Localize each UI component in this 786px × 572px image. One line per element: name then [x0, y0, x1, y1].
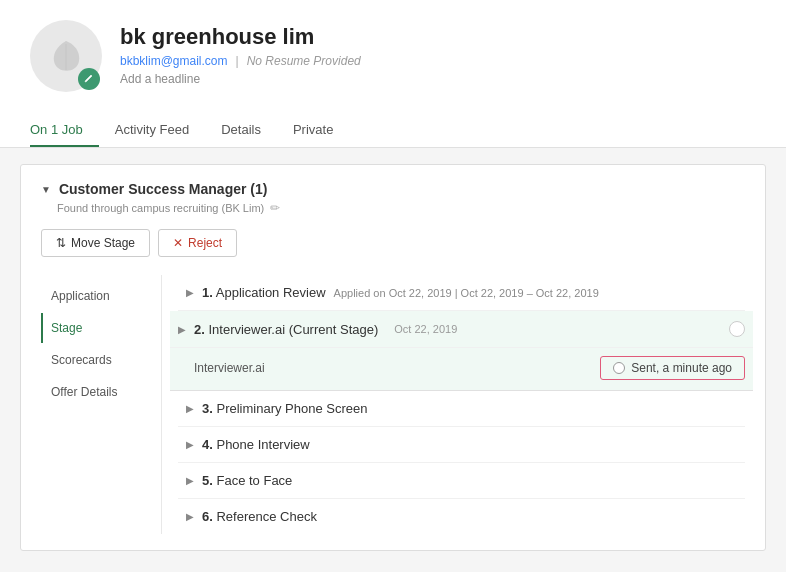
- tab-private[interactable]: Private: [277, 114, 349, 147]
- stage-row-1[interactable]: ▶ 1. Application Review Applied on Oct 2…: [178, 275, 745, 311]
- candidate-header: bk greenhouse lim bkbklim@gmail.com | No…: [0, 0, 786, 148]
- candidate-email[interactable]: bkbklim@gmail.com: [120, 54, 228, 68]
- stage-name-1: 1. Application Review: [202, 285, 326, 300]
- stage-left-2: ▶ 2. Interviewer.ai (Current Stage) Oct …: [178, 322, 457, 337]
- stage-circle-2: [729, 321, 745, 337]
- reject-button[interactable]: ✕ Reject: [158, 229, 237, 257]
- stage-row-2[interactable]: ▶ 2. Interviewer.ai (Current Stage) Oct …: [170, 311, 753, 348]
- stage-meta-1: Applied on Oct 22, 2019 | Oct 22, 2019 –…: [334, 287, 599, 299]
- sidebar-nav-stage[interactable]: Stage: [41, 313, 161, 343]
- leaf-icon: [46, 36, 86, 76]
- stage-row-6[interactable]: ▶ 6. Reference Check: [178, 499, 745, 534]
- sent-text: Sent, a minute ago: [631, 361, 732, 375]
- add-headline[interactable]: Add a headline: [120, 72, 361, 86]
- move-stage-button[interactable]: ⇅ Move Stage: [41, 229, 150, 257]
- reject-x-icon: ✕: [173, 236, 183, 250]
- job-title: Customer Success Manager (1): [59, 181, 268, 197]
- job-source-edit-icon[interactable]: ✏: [270, 201, 280, 215]
- main-content: ▼ Customer Success Manager (1) Found thr…: [0, 148, 786, 567]
- candidate-info: bk greenhouse lim bkbklim@gmail.com | No…: [120, 20, 361, 86]
- stage-number-4: 4.: [202, 437, 213, 452]
- stage-name-text-2: Interviewer.ai (Current Stage): [208, 322, 378, 337]
- candidate-top: bk greenhouse lim bkbklim@gmail.com | No…: [30, 20, 756, 106]
- sent-badge: Sent, a minute ago: [600, 356, 745, 380]
- collapse-icon[interactable]: ▼: [41, 184, 51, 195]
- stage-name-2: 2. Interviewer.ai (Current Stage): [194, 322, 378, 337]
- candidate-name: bk greenhouse lim: [120, 24, 361, 50]
- stage-left-4: ▶ 4. Phone Interview: [186, 437, 310, 452]
- stage-name-text-1: Application Review: [216, 285, 326, 300]
- stage-left-1: ▶ 1. Application Review Applied on Oct 2…: [186, 285, 599, 300]
- job-section: ▼ Customer Success Manager (1) Found thr…: [20, 164, 766, 551]
- stage-row-4[interactable]: ▶ 4. Phone Interview: [178, 427, 745, 463]
- stage-number-6: 6.: [202, 509, 213, 524]
- stage-left-5: ▶ 5. Face to Face: [186, 473, 292, 488]
- meta-separator: |: [236, 54, 239, 68]
- stage-arrow-5: ▶: [186, 475, 194, 486]
- stage-name-text-4: Phone Interview: [216, 437, 309, 452]
- stage-date-2: Oct 22, 2019: [394, 323, 457, 335]
- avatar-edit-button[interactable]: [78, 68, 100, 90]
- stage-number-2: 2.: [194, 322, 205, 337]
- stage-arrow-6: ▶: [186, 511, 194, 522]
- page-wrapper: bk greenhouse lim bkbklim@gmail.com | No…: [0, 0, 786, 572]
- sidebar-nav-offer-details[interactable]: Offer Details: [41, 377, 161, 407]
- stage-name-4: 4. Phone Interview: [202, 437, 310, 452]
- stage-name-3: 3. Preliminary Phone Screen: [202, 401, 368, 416]
- stage-row-3[interactable]: ▶ 3. Preliminary Phone Screen: [178, 391, 745, 427]
- tab-details[interactable]: Details: [205, 114, 277, 147]
- sidebar-nav-scorecards[interactable]: Scorecards: [41, 345, 161, 375]
- stage-number-1: 1.: [202, 285, 213, 300]
- tab-activity-feed[interactable]: Activity Feed: [99, 114, 205, 147]
- move-stage-label: Move Stage: [71, 236, 135, 250]
- avatar-wrapper: [30, 20, 102, 92]
- job-source-text: Found through campus recruiting (BK Lim): [57, 202, 264, 214]
- stages-layout: Application Stage Scorecards Offer Detai…: [41, 275, 745, 534]
- stage-number-3: 3.: [202, 401, 213, 416]
- sidebar-nav-application[interactable]: Application: [41, 281, 161, 311]
- stage-row-5[interactable]: ▶ 5. Face to Face: [178, 463, 745, 499]
- nav-tabs: On 1 Job Activity Feed Details Private: [30, 114, 756, 147]
- move-stage-arrows-icon: ⇅: [56, 236, 66, 250]
- pencil-icon: [83, 73, 95, 85]
- stage-arrow-1: ▶: [186, 287, 194, 298]
- stage-name-text-6: Reference Check: [216, 509, 316, 524]
- action-buttons: ⇅ Move Stage ✕ Reject: [41, 229, 745, 257]
- stage-name-5: 5. Face to Face: [202, 473, 292, 488]
- stages-content: ▶ 1. Application Review Applied on Oct 2…: [161, 275, 745, 534]
- no-resume-label: No Resume Provided: [247, 54, 361, 68]
- stages-sidebar: Application Stage Scorecards Offer Detai…: [41, 275, 161, 534]
- job-source: Found through campus recruiting (BK Lim)…: [57, 201, 745, 215]
- stage-name-6: 6. Reference Check: [202, 509, 317, 524]
- tab-on-1-job[interactable]: On 1 Job: [30, 114, 99, 147]
- interviewer-label: Interviewer.ai: [194, 361, 265, 375]
- stage-arrow-3: ▶: [186, 403, 194, 414]
- stage-arrow-2: ▶: [178, 324, 186, 335]
- stage-right-2: [729, 321, 745, 337]
- stage-arrow-4: ▶: [186, 439, 194, 450]
- stage-left-3: ▶ 3. Preliminary Phone Screen: [186, 401, 368, 416]
- interviewer-sub-row: Interviewer.ai Sent, a minute ago: [170, 348, 753, 391]
- candidate-meta: bkbklim@gmail.com | No Resume Provided: [120, 54, 361, 68]
- reject-label: Reject: [188, 236, 222, 250]
- stage-number-5: 5.: [202, 473, 213, 488]
- sent-circle-icon: [613, 362, 625, 374]
- stage-name-text-3: Preliminary Phone Screen: [216, 401, 367, 416]
- job-header: ▼ Customer Success Manager (1): [41, 181, 745, 197]
- stage-name-text-5: Face to Face: [216, 473, 292, 488]
- stage-left-6: ▶ 6. Reference Check: [186, 509, 317, 524]
